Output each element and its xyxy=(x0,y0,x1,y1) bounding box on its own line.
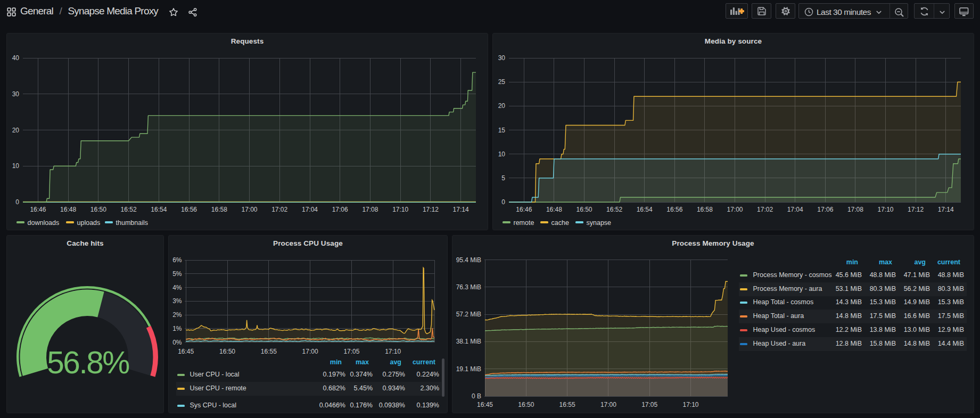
svg-text:17:05: 17:05 xyxy=(641,401,657,408)
svg-text:20: 20 xyxy=(12,127,20,134)
svg-text:76.3 MiB: 76.3 MiB xyxy=(456,283,481,291)
svg-text:0: 0 xyxy=(501,198,505,206)
svg-text:17:02: 17:02 xyxy=(757,206,773,213)
svg-text:5: 5 xyxy=(501,174,505,182)
svg-text:16:55: 16:55 xyxy=(261,348,277,355)
svg-text:16:46: 16:46 xyxy=(516,206,532,213)
svg-text:2%: 2% xyxy=(172,311,182,319)
svg-text:16:48: 16:48 xyxy=(546,206,562,213)
svg-text:40: 40 xyxy=(12,54,20,62)
svg-text:16:45: 16:45 xyxy=(477,401,493,408)
svg-text:16:45: 16:45 xyxy=(178,348,194,355)
svg-text:16:50: 16:50 xyxy=(576,206,592,213)
svg-text:17:14: 17:14 xyxy=(453,206,469,213)
svg-text:17:10: 17:10 xyxy=(682,401,698,408)
svg-text:17:06: 17:06 xyxy=(817,206,833,213)
svg-text:16:56: 16:56 xyxy=(666,206,682,213)
svg-text:17:12: 17:12 xyxy=(423,206,439,213)
svg-text:0: 0 xyxy=(15,198,19,206)
svg-text:17:05: 17:05 xyxy=(343,348,359,355)
svg-text:16:55: 16:55 xyxy=(559,401,575,408)
svg-text:16:54: 16:54 xyxy=(151,206,167,213)
svg-text:17:04: 17:04 xyxy=(302,206,318,213)
svg-text:3%: 3% xyxy=(172,297,182,305)
svg-text:16:54: 16:54 xyxy=(637,206,653,213)
svg-text:25: 25 xyxy=(498,78,506,86)
svg-text:10: 10 xyxy=(498,151,506,158)
svg-text:16:58: 16:58 xyxy=(697,206,713,213)
svg-text:38.1 MiB: 38.1 MiB xyxy=(456,338,481,345)
svg-text:17:00: 17:00 xyxy=(241,206,257,213)
svg-text:0%: 0% xyxy=(172,339,182,346)
svg-text:4%: 4% xyxy=(172,284,182,291)
svg-text:1%: 1% xyxy=(172,325,182,332)
svg-text:17:02: 17:02 xyxy=(271,206,287,213)
svg-text:16:46: 16:46 xyxy=(30,206,46,213)
svg-text:17:14: 17:14 xyxy=(938,206,954,213)
svg-text:16:48: 16:48 xyxy=(60,206,76,213)
svg-text:6%: 6% xyxy=(172,256,182,264)
svg-text:15: 15 xyxy=(498,127,506,134)
svg-text:57.2 MiB: 57.2 MiB xyxy=(456,311,481,318)
svg-text:16:50: 16:50 xyxy=(518,401,534,408)
svg-text:17:00: 17:00 xyxy=(600,401,616,408)
svg-text:16:56: 16:56 xyxy=(181,206,197,213)
svg-text:17:00: 17:00 xyxy=(727,206,743,213)
svg-text:17:04: 17:04 xyxy=(787,206,803,213)
svg-text:95.4 MiB: 95.4 MiB xyxy=(456,256,481,264)
svg-text:0 B: 0 B xyxy=(472,392,481,400)
svg-text:5%: 5% xyxy=(172,270,182,278)
svg-text:16:50: 16:50 xyxy=(219,348,235,355)
svg-text:17:12: 17:12 xyxy=(908,206,924,213)
svg-text:16:50: 16:50 xyxy=(90,206,106,213)
svg-text:16:58: 16:58 xyxy=(211,206,227,213)
svg-text:17:10: 17:10 xyxy=(877,206,893,213)
svg-text:17:08: 17:08 xyxy=(847,206,863,213)
svg-text:10: 10 xyxy=(12,162,20,170)
svg-text:17:10: 17:10 xyxy=(392,206,408,213)
svg-text:20: 20 xyxy=(498,102,506,110)
svg-text:17:06: 17:06 xyxy=(332,206,348,213)
svg-text:30: 30 xyxy=(498,54,506,62)
svg-text:30: 30 xyxy=(12,90,20,98)
svg-text:16:52: 16:52 xyxy=(606,206,622,213)
svg-text:17:08: 17:08 xyxy=(362,206,378,213)
svg-text:17:00: 17:00 xyxy=(302,348,318,355)
svg-text:19.1 MiB: 19.1 MiB xyxy=(456,365,481,373)
svg-text:17:10: 17:10 xyxy=(385,348,401,355)
svg-text:16:52: 16:52 xyxy=(121,206,137,213)
